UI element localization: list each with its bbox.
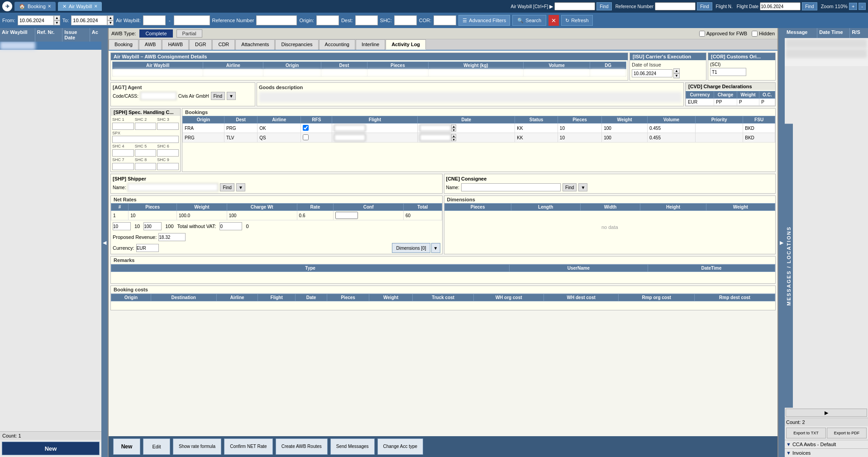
send-messages-button[interactable]: Send Messages	[330, 438, 375, 455]
nr-conf-input-1[interactable]	[335, 212, 358, 219]
awbs-list-collapse[interactable]: ◀	[101, 28, 108, 457]
tab-attachments[interactable]: Attachments	[235, 39, 275, 50]
shipper-dropdown-button[interactable]: ▼	[236, 183, 245, 191]
messages-down-arrow[interactable]: ▶	[786, 409, 867, 417]
new-awb-button[interactable]: New	[2, 442, 100, 455]
date-issue-spinner[interactable]: ▲ ▼	[673, 68, 680, 78]
clear-search-button[interactable]: ✕	[548, 15, 559, 26]
table-row[interactable]	[0, 42, 101, 50]
from-date-up[interactable]: ▲	[54, 15, 60, 20]
tab-cdr[interactable]: CDR	[212, 39, 235, 50]
from-date-down[interactable]: ▼	[54, 20, 60, 25]
currency-input[interactable]: EUR	[136, 244, 159, 252]
cca-toggle-icon[interactable]: ▼	[786, 442, 791, 447]
tab-activity-log[interactable]: Activity Log	[386, 39, 426, 50]
hidden-checkbox-label[interactable]: Hidden	[752, 31, 775, 37]
shc4-input[interactable]	[112, 149, 134, 157]
bk-rfs-checkbox-2[interactable]	[303, 134, 309, 140]
tab-accounting[interactable]: Accounting	[319, 39, 355, 50]
agent-dropdown-button[interactable]: ▼	[227, 92, 236, 100]
shipper-find-button[interactable]: Find	[220, 183, 234, 191]
sci-input[interactable]: T1	[710, 68, 746, 76]
messages-collapse[interactable]: ▶	[778, 28, 785, 457]
change-acc-type-button[interactable]: Change Acc type	[377, 438, 424, 455]
bk-date-up-1[interactable]: ▲	[451, 124, 456, 128]
new-button[interactable]: New	[113, 438, 140, 455]
nr-total-vat-input[interactable]	[219, 222, 242, 230]
show-rate-formula-button[interactable]: Show rate formula	[173, 438, 221, 455]
tab-discrepancies[interactable]: Discrepancies	[275, 39, 318, 50]
code-cass-input[interactable]	[140, 92, 176, 100]
to-date-down[interactable]: ▼	[107, 20, 114, 25]
complete-type-button[interactable]: Complete	[139, 29, 172, 38]
shc1-input[interactable]	[112, 123, 134, 130]
bk-rfs-checkbox-1[interactable]	[303, 125, 309, 131]
bk-flight-input-1[interactable]	[334, 124, 366, 132]
bk-flight-input-2[interactable]	[334, 134, 366, 141]
dest-filter-input[interactable]	[355, 15, 378, 25]
tab-booking[interactable]: Booking	[109, 39, 138, 50]
to-date-up[interactable]: ▲	[107, 15, 114, 20]
shc7-input[interactable]	[112, 163, 134, 170]
confirm-net-rate-button[interactable]: Confirm NET Rate	[224, 438, 273, 455]
export-txt-button[interactable]: Export to TXT	[786, 428, 826, 438]
tab-hawb[interactable]: HAWB	[162, 39, 189, 50]
flight-date-input[interactable]: 10.06.2024	[760, 2, 801, 10]
airwaybill-find-button[interactable]: Find	[596, 2, 611, 10]
invoices-toggle-icon[interactable]: ▼	[786, 450, 791, 456]
bk-date-down-1[interactable]: ▼	[451, 128, 456, 132]
consignee-name-input[interactable]	[461, 183, 561, 191]
shc8-input[interactable]	[135, 163, 157, 170]
hidden-checkbox[interactable]	[752, 31, 758, 37]
tab-booking[interactable]: 🏠 Booking ×	[14, 2, 56, 11]
shc9-input[interactable]	[157, 163, 179, 170]
date-up[interactable]: ▲	[673, 68, 680, 73]
shc-filter-input[interactable]	[394, 15, 417, 25]
cor-filter-input[interactable]	[434, 15, 456, 25]
tab-dgr[interactable]: DGR	[189, 39, 212, 50]
airwaybill-search-input[interactable]	[554, 2, 595, 10]
bk-date-input-1[interactable]	[420, 124, 451, 132]
edit-button[interactable]: Edit	[143, 438, 170, 455]
nr-total-weight-input[interactable]	[143, 222, 162, 230]
tab-interline[interactable]: Interline	[356, 39, 385, 50]
create-awb-routes-button[interactable]: Create AWB Routes	[276, 438, 328, 455]
to-date-input[interactable]: 10.06.2024	[71, 15, 107, 25]
table-row[interactable]: FRA PRG OK ▲	[183, 124, 775, 133]
from-date-spinner[interactable]: ▲ ▼	[54, 15, 60, 25]
tab-awb[interactable]: AWB	[139, 39, 162, 50]
zoom-out-button[interactable]: -	[858, 3, 866, 10]
dimensions-button[interactable]: Dimensions [0]	[392, 243, 430, 253]
approved-fwb-checkbox-label[interactable]: Approved for FWB	[699, 31, 747, 37]
ref-number-input[interactable]	[655, 2, 696, 10]
origin-filter-input[interactable]	[316, 15, 339, 25]
spx-input[interactable]	[112, 136, 179, 143]
ref-number-find-button[interactable]: Find	[697, 2, 712, 10]
refnum-filter-input[interactable]	[256, 15, 297, 25]
agent-find-button[interactable]: Find	[211, 92, 225, 100]
bk-date-up-2[interactable]: ▲	[451, 134, 456, 138]
shipper-name-input[interactable]	[128, 183, 218, 191]
flight-find-button[interactable]: Find	[802, 2, 817, 10]
from-date-input[interactable]: 10.06.2024	[18, 15, 54, 25]
shc6-input[interactable]	[157, 149, 179, 157]
booking-tab-close[interactable]: ×	[48, 3, 51, 10]
zoom-in-button[interactable]: +	[849, 3, 857, 10]
date-down[interactable]: ▼	[673, 73, 680, 78]
search-button[interactable]: 🔍 Search	[512, 15, 546, 26]
airwaybill-filter-input1[interactable]	[143, 15, 166, 25]
airwaybill-tab-close[interactable]: ×	[94, 3, 97, 10]
shc3-input[interactable]	[157, 123, 179, 130]
consignee-dropdown-button[interactable]: ▼	[578, 183, 587, 191]
consignee-find-button[interactable]: Find	[563, 183, 577, 191]
tab-airwaybill[interactable]: ✕ Air Waybill ×	[58, 2, 102, 11]
shc2-input[interactable]	[135, 123, 157, 130]
date-of-issue-input[interactable]: 10.06.2024	[632, 69, 672, 77]
approved-fwb-checkbox[interactable]	[699, 31, 705, 37]
table-row[interactable]: PRG TLV QS ▲	[183, 133, 775, 143]
shc5-input[interactable]	[135, 149, 157, 157]
to-date-spinner[interactable]: ▲ ▼	[107, 15, 114, 25]
bk-date-spinner-2[interactable]: ▲ ▼	[451, 134, 456, 141]
nr-total-pieces-input[interactable]	[113, 222, 131, 230]
advanced-filters-button[interactable]: ☰ Advanced Filters	[458, 15, 510, 26]
